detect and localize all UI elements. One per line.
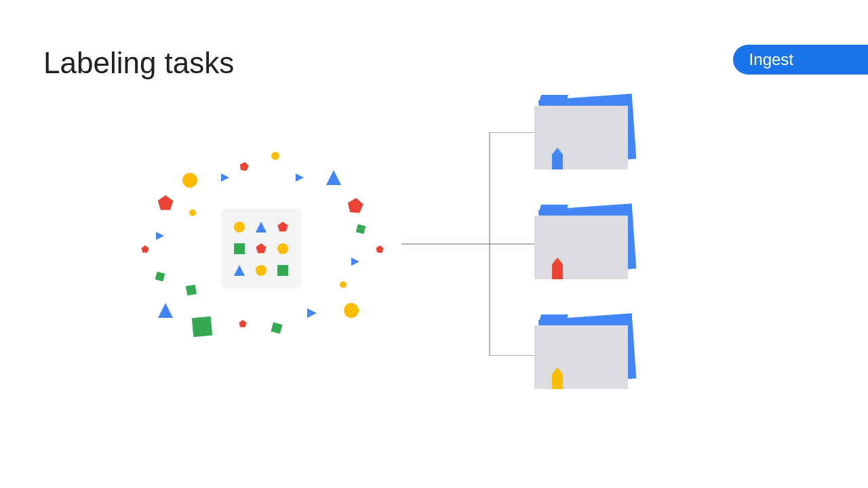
pentagon-red-shape <box>239 320 246 327</box>
triangle-right-blue-shape <box>296 174 304 182</box>
folder-tag-icon <box>552 258 563 279</box>
triangle-right-blue-shape <box>221 174 229 182</box>
circle-yellow-shape <box>182 173 197 188</box>
circle-yellow-shape <box>189 209 196 216</box>
pentagon-red-shape <box>347 197 364 214</box>
svg-point-7 <box>256 265 267 276</box>
grid-circle-yellow <box>232 220 247 235</box>
square-green-shape <box>155 272 165 282</box>
triangle-blue-shape <box>158 303 173 318</box>
pentagon-red-shape <box>141 245 149 253</box>
square-green-shape <box>192 317 212 337</box>
folder-tag-icon <box>552 148 563 169</box>
square-green-shape <box>186 285 197 296</box>
grid-square-green <box>275 263 290 278</box>
circle-yellow-shape <box>344 303 359 318</box>
square-green-shape <box>271 322 282 333</box>
triangle-right-blue-shape <box>351 258 359 266</box>
grid-square-green <box>232 241 247 256</box>
svg-point-6 <box>277 243 288 254</box>
phase-badge: Ingest <box>733 45 868 75</box>
pentagon-red-shape <box>158 195 174 210</box>
svg-point-0 <box>271 152 279 160</box>
triangle-blue-shape <box>326 170 341 185</box>
triangle-right-blue-shape <box>307 308 317 318</box>
triangle-right-blue-shape <box>156 232 164 240</box>
svg-point-1 <box>182 173 197 188</box>
folder-yellow <box>534 314 629 389</box>
pentagon-red-shape <box>239 161 249 171</box>
circle-yellow-shape <box>340 281 347 288</box>
svg-point-4 <box>344 303 359 318</box>
page-title: Labeling tasks <box>43 46 234 80</box>
circle-yellow-shape <box>271 152 279 160</box>
grid-circle-yellow <box>254 263 269 278</box>
grid-circle-yellow <box>275 241 290 256</box>
grid-triangle-blue <box>232 263 247 278</box>
grid-pentagon-red <box>275 220 290 235</box>
center-sample-grid <box>221 209 301 289</box>
svg-point-5 <box>234 222 245 232</box>
folder-tag-icon <box>552 367 563 389</box>
folder-blue <box>534 95 629 169</box>
folder-red <box>534 205 629 279</box>
pentagon-red-shape <box>376 245 384 253</box>
square-green-shape <box>356 224 366 235</box>
grid-triangle-blue <box>254 220 269 235</box>
connector-lines <box>401 132 534 356</box>
grid-pentagon-red <box>254 241 269 256</box>
svg-point-3 <box>340 281 347 288</box>
folder-group <box>534 95 636 389</box>
svg-point-2 <box>189 209 196 216</box>
